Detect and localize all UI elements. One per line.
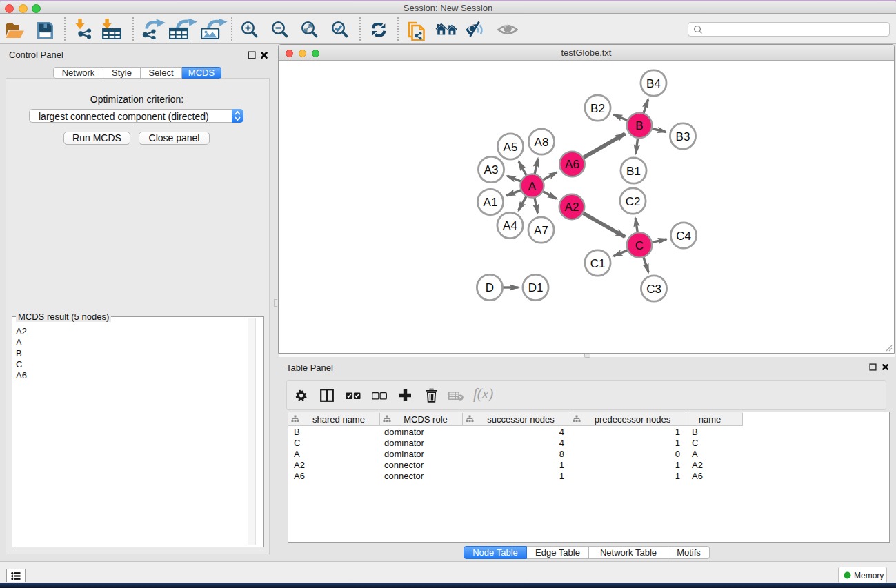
svg-text:B: B bbox=[635, 119, 643, 132]
svg-text:C: C bbox=[635, 239, 644, 252]
svg-text:B4: B4 bbox=[646, 77, 661, 90]
svg-text:A: A bbox=[528, 180, 537, 193]
svg-text:D: D bbox=[486, 281, 494, 294]
svg-text:A5: A5 bbox=[504, 141, 518, 154]
svg-text:C1: C1 bbox=[590, 257, 606, 270]
svg-text:A4: A4 bbox=[503, 219, 517, 232]
svg-text:C2: C2 bbox=[626, 195, 641, 208]
svg-text:C3: C3 bbox=[646, 283, 661, 296]
svg-text:A1: A1 bbox=[484, 196, 498, 209]
svg-text:B1: B1 bbox=[626, 165, 641, 178]
svg-text:A2: A2 bbox=[565, 201, 579, 214]
svg-text:A7: A7 bbox=[534, 224, 548, 237]
svg-text:A8: A8 bbox=[535, 136, 549, 149]
svg-text:C4: C4 bbox=[676, 230, 691, 243]
svg-text:D1: D1 bbox=[528, 281, 544, 294]
svg-text:B3: B3 bbox=[676, 130, 690, 143]
svg-text:A3: A3 bbox=[484, 163, 499, 176]
svg-text:B2: B2 bbox=[590, 102, 605, 115]
svg-text:A6: A6 bbox=[565, 158, 579, 171]
